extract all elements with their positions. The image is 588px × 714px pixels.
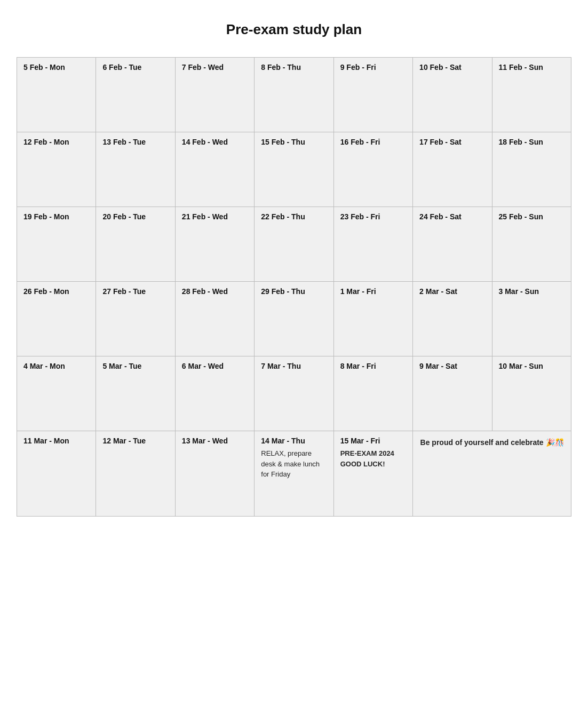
calendar-cell: 4 Mar - Mon (17, 356, 96, 431)
calendar-cell: 20 Feb - Tue (96, 207, 175, 282)
cell-header: 7 Feb - Wed (182, 63, 248, 72)
calendar-cell: 19 Feb - Mon (17, 207, 96, 282)
cell-header: 28 Feb - Wed (182, 287, 248, 296)
calendar-cell: 8 Feb - Thu (255, 58, 333, 132)
cell-header: 20 Feb - Tue (102, 212, 168, 221)
calendar-cell: 7 Feb - Wed (175, 58, 254, 132)
cell-header: 13 Mar - Wed (182, 437, 248, 445)
calendar-cell: 16 Feb - Fri (333, 132, 412, 207)
cell-header: 14 Feb - Wed (182, 138, 248, 146)
cell-header: 22 Feb - Thu (261, 212, 327, 221)
calendar-cell: 10 Feb - Sat (413, 58, 492, 132)
calendar-cell: 11 Mar - Mon (17, 431, 96, 517)
calendar-cell: 1 Mar - Fri (333, 282, 412, 356)
cell-header: 24 Feb - Sat (419, 212, 485, 221)
cell-header: 1 Mar - Fri (340, 287, 406, 296)
calendar-cell-exam: 15 Mar - FriPRE-EXAM 2024GOOD LUCK! (333, 431, 412, 517)
cell-header: 8 Feb - Thu (261, 63, 327, 72)
cell-header: 21 Feb - Wed (182, 212, 248, 221)
calendar-cell: 2 Mar - Sat (413, 282, 492, 356)
calendar-cell: 17 Feb - Sat (413, 132, 492, 207)
cell-header: 3 Mar - Sun (499, 287, 565, 296)
calendar-cell: 28 Feb - Wed (175, 282, 254, 356)
calendar-cell: 5 Mar - Tue (96, 356, 175, 431)
calendar-cell: 12 Mar - Tue (96, 431, 175, 517)
cell-header: 10 Mar - Sun (499, 362, 565, 370)
calendar-cell: 23 Feb - Fri (333, 207, 412, 282)
calendar-cell: 10 Mar - Sun (492, 356, 571, 431)
cell-header: 11 Feb - Sun (499, 63, 565, 72)
cell-header: 23 Feb - Fri (340, 212, 406, 221)
calendar-cell: 11 Feb - Sun (492, 58, 571, 132)
calendar-cell: 14 Feb - Wed (175, 132, 254, 207)
cell-header: 7 Mar - Thu (261, 362, 327, 370)
cell-header: 29 Feb - Thu (261, 287, 327, 296)
calendar-cell: 12 Feb - Mon (17, 132, 96, 207)
calendar-cell: 3 Mar - Sun (492, 282, 571, 356)
cell-header: 12 Feb - Mon (23, 138, 89, 146)
calendar-cell: 5 Feb - Mon (17, 58, 96, 132)
cell-header: 11 Mar - Mon (23, 437, 89, 445)
calendar-cell: 24 Feb - Sat (413, 207, 492, 282)
calendar-cell: 13 Mar - Wed (175, 431, 254, 517)
celebration-cell: Be proud of yourself and celebrate 🎉🎊 (413, 431, 571, 517)
cell-header: 26 Feb - Mon (23, 287, 89, 296)
cell-content: PRE-EXAM 2024GOOD LUCK! (340, 449, 394, 468)
calendar-cell: 18 Feb - Sun (492, 132, 571, 207)
page-title: Pre-exam study plan (17, 21, 571, 38)
calendar-cell: 14 Mar - ThuRELAX, prepare desk & make l… (255, 431, 333, 517)
calendar-cell: 9 Mar - Sat (413, 356, 492, 431)
cell-header: 14 Mar - Thu (261, 437, 327, 445)
cell-header: 9 Mar - Sat (419, 362, 485, 370)
calendar-cell: 21 Feb - Wed (175, 207, 254, 282)
cell-content: RELAX, prepare desk & make lunch for Fri… (261, 449, 320, 478)
cell-header: 8 Mar - Fri (340, 362, 406, 370)
cell-header: 6 Mar - Wed (182, 362, 248, 370)
calendar-cell: 6 Feb - Tue (96, 58, 175, 132)
cell-header: 15 Feb - Thu (261, 138, 327, 146)
cell-header: 19 Feb - Mon (23, 212, 89, 221)
cell-header: 15 Mar - Fri (340, 437, 406, 445)
calendar-table: 5 Feb - Mon6 Feb - Tue7 Feb - Wed8 Feb -… (17, 57, 571, 517)
calendar-cell: 27 Feb - Tue (96, 282, 175, 356)
cell-header: 25 Feb - Sun (499, 212, 565, 221)
celebration-text: Be proud of yourself and celebrate 🎉🎊 (420, 438, 564, 447)
calendar-cell: 9 Feb - Fri (333, 58, 412, 132)
cell-header: 12 Mar - Tue (102, 437, 168, 445)
cell-header: 27 Feb - Tue (102, 287, 168, 296)
calendar-cell: 6 Mar - Wed (175, 356, 254, 431)
cell-header: 2 Mar - Sat (419, 287, 485, 296)
cell-header: 13 Feb - Tue (102, 138, 168, 146)
cell-header: 5 Feb - Mon (23, 63, 89, 72)
cell-header: 18 Feb - Sun (499, 138, 565, 146)
cell-header: 5 Mar - Tue (102, 362, 168, 370)
calendar-cell: 15 Feb - Thu (255, 132, 333, 207)
calendar-cell: 8 Mar - Fri (333, 356, 412, 431)
page-wrapper: Pre-exam study plan 5 Feb - Mon6 Feb - T… (17, 21, 571, 517)
cell-header: 16 Feb - Fri (340, 138, 406, 146)
cell-header: 9 Feb - Fri (340, 63, 406, 72)
calendar-cell: 22 Feb - Thu (255, 207, 333, 282)
cell-header: 10 Feb - Sat (419, 63, 485, 72)
calendar-cell: 7 Mar - Thu (255, 356, 333, 431)
calendar-cell: 25 Feb - Sun (492, 207, 571, 282)
cell-header: 4 Mar - Mon (23, 362, 89, 370)
cell-header: 6 Feb - Tue (102, 63, 168, 72)
calendar-cell: 29 Feb - Thu (255, 282, 333, 356)
cell-header: 17 Feb - Sat (419, 138, 485, 146)
calendar-cell: 13 Feb - Tue (96, 132, 175, 207)
calendar-cell: 26 Feb - Mon (17, 282, 96, 356)
